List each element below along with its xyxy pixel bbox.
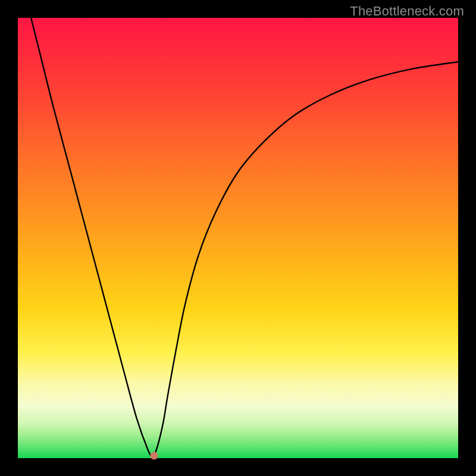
plot-area <box>18 18 458 458</box>
bottleneck-curve <box>31 18 458 456</box>
curve-svg <box>18 18 458 458</box>
optimal-point-marker <box>151 452 158 460</box>
watermark-text: TheBottleneck.com <box>350 4 464 19</box>
chart-frame: TheBottleneck.com <box>0 0 476 476</box>
